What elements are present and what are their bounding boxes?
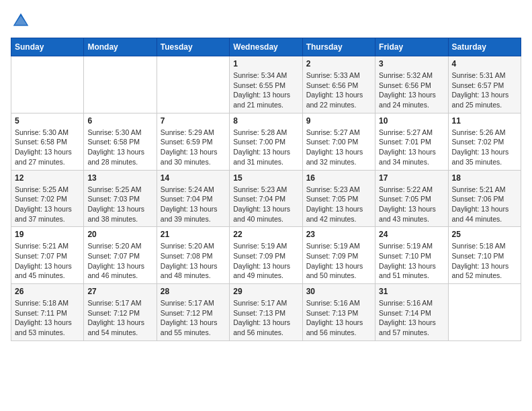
day-cell: 30Sunrise: 5:16 AM Sunset: 7:13 PM Dayli… [302,284,375,341]
day-info: Sunrise: 5:20 AM Sunset: 7:07 PM Dayligh… [87,241,152,281]
day-cell: 4Sunrise: 5:31 AM Sunset: 6:57 PM Daylig… [448,56,521,113]
day-number: 8 [233,116,298,126]
day-info: Sunrise: 5:31 AM Sunset: 6:57 PM Dayligh… [452,71,517,110]
week-row-1: 5Sunrise: 5:30 AM Sunset: 6:58 PM Daylig… [11,113,521,170]
day-number: 30 [306,287,371,296]
day-number: 5 [15,116,80,126]
day-cell: 8Sunrise: 5:28 AM Sunset: 7:00 PM Daylig… [230,113,302,170]
day-cell: 23Sunrise: 5:19 AM Sunset: 7:09 PM Dayli… [302,227,375,284]
day-info: Sunrise: 5:30 AM Sunset: 6:58 PM Dayligh… [15,128,80,167]
day-cell: 18Sunrise: 5:21 AM Sunset: 7:06 PM Dayli… [448,170,521,227]
day-number: 9 [306,116,371,126]
day-number: 25 [452,230,517,239]
day-cell: 17Sunrise: 5:22 AM Sunset: 7:05 PM Dayli… [375,170,448,227]
header-cell-thursday: Thursday [302,38,375,56]
day-cell: 19Sunrise: 5:21 AM Sunset: 7:07 PM Dayli… [11,227,84,284]
day-info: Sunrise: 5:19 AM Sunset: 7:09 PM Dayligh… [306,241,371,281]
day-info: Sunrise: 5:16 AM Sunset: 7:14 PM Dayligh… [379,298,444,338]
day-cell: 2Sunrise: 5:33 AM Sunset: 6:56 PM Daylig… [302,56,375,113]
day-number: 3 [379,59,444,68]
day-number: 24 [379,230,444,239]
day-cell: 15Sunrise: 5:23 AM Sunset: 7:04 PM Dayli… [230,170,302,227]
day-number: 17 [379,173,444,183]
day-number: 20 [87,230,152,239]
header-cell-sunday: Sunday [11,38,84,56]
day-info: Sunrise: 5:21 AM Sunset: 7:06 PM Dayligh… [452,185,517,224]
day-info: Sunrise: 5:27 AM Sunset: 7:00 PM Dayligh… [306,128,371,167]
day-cell: 21Sunrise: 5:20 AM Sunset: 7:08 PM Dayli… [157,227,229,284]
day-info: Sunrise: 5:23 AM Sunset: 7:05 PM Dayligh… [306,185,371,224]
header-cell-tuesday: Tuesday [157,38,229,56]
day-number: 21 [161,230,226,239]
logo [11,11,34,31]
day-info: Sunrise: 5:25 AM Sunset: 7:03 PM Dayligh… [87,185,152,224]
day-info: Sunrise: 5:18 AM Sunset: 7:11 PM Dayligh… [15,298,80,338]
day-cell: 31Sunrise: 5:16 AM Sunset: 7:14 PM Dayli… [375,284,448,341]
day-number: 1 [233,59,298,68]
day-info: Sunrise: 5:22 AM Sunset: 7:05 PM Dayligh… [379,185,444,224]
week-row-4: 26Sunrise: 5:18 AM Sunset: 7:11 PM Dayli… [11,284,521,341]
day-cell: 3Sunrise: 5:32 AM Sunset: 6:56 PM Daylig… [375,56,448,113]
day-cell: 9Sunrise: 5:27 AM Sunset: 7:00 PM Daylig… [302,113,375,170]
day-cell: 12Sunrise: 5:25 AM Sunset: 7:02 PM Dayli… [11,170,84,227]
calendar-table: SundayMondayTuesdayWednesdayThursdayFrid… [11,38,521,341]
day-number: 16 [306,173,371,183]
day-info: Sunrise: 5:29 AM Sunset: 6:59 PM Dayligh… [161,128,226,167]
day-info: Sunrise: 5:19 AM Sunset: 7:10 PM Dayligh… [379,241,444,281]
day-info: Sunrise: 5:28 AM Sunset: 7:00 PM Dayligh… [233,128,298,167]
day-info: Sunrise: 5:33 AM Sunset: 6:56 PM Dayligh… [306,71,371,110]
day-cell: 6Sunrise: 5:30 AM Sunset: 6:58 PM Daylig… [84,113,157,170]
day-number: 12 [15,173,80,183]
day-info: Sunrise: 5:24 AM Sunset: 7:04 PM Dayligh… [161,185,226,224]
day-cell [11,56,84,113]
day-number: 26 [15,287,80,296]
day-number: 19 [15,230,80,239]
day-number: 4 [452,59,517,68]
day-info: Sunrise: 5:20 AM Sunset: 7:08 PM Dayligh… [161,241,226,281]
calendar-header: SundayMondayTuesdayWednesdayThursdayFrid… [11,38,521,56]
day-info: Sunrise: 5:23 AM Sunset: 7:04 PM Dayligh… [233,185,298,224]
day-info: Sunrise: 5:19 AM Sunset: 7:09 PM Dayligh… [233,241,298,281]
day-info: Sunrise: 5:34 AM Sunset: 6:55 PM Dayligh… [233,71,298,110]
header-cell-saturday: Saturday [448,38,521,56]
day-number: 18 [452,173,517,183]
week-row-2: 12Sunrise: 5:25 AM Sunset: 7:02 PM Dayli… [11,170,521,227]
header-cell-friday: Friday [375,38,448,56]
day-info: Sunrise: 5:30 AM Sunset: 6:58 PM Dayligh… [87,128,152,167]
day-cell: 13Sunrise: 5:25 AM Sunset: 7:03 PM Dayli… [84,170,157,227]
day-cell: 25Sunrise: 5:18 AM Sunset: 7:10 PM Dayli… [448,227,521,284]
day-cell: 5Sunrise: 5:30 AM Sunset: 6:58 PM Daylig… [11,113,84,170]
day-number: 27 [87,287,152,296]
day-number: 13 [87,173,152,183]
day-cell [448,284,521,341]
day-info: Sunrise: 5:16 AM Sunset: 7:13 PM Dayligh… [306,298,371,338]
day-info: Sunrise: 5:18 AM Sunset: 7:10 PM Dayligh… [452,241,517,281]
day-info: Sunrise: 5:32 AM Sunset: 6:56 PM Dayligh… [379,71,444,110]
page-header [11,11,521,31]
day-number: 14 [161,173,226,183]
header-row: SundayMondayTuesdayWednesdayThursdayFrid… [11,38,521,56]
day-info: Sunrise: 5:21 AM Sunset: 7:07 PM Dayligh… [15,241,80,281]
day-number: 22 [233,230,298,239]
day-info: Sunrise: 5:17 AM Sunset: 7:13 PM Dayligh… [233,298,298,338]
day-number: 10 [379,116,444,126]
day-cell: 29Sunrise: 5:17 AM Sunset: 7:13 PM Dayli… [230,284,302,341]
day-number: 29 [233,287,298,296]
calendar-body: 1Sunrise: 5:34 AM Sunset: 6:55 PM Daylig… [11,56,521,341]
day-number: 15 [233,173,298,183]
day-cell: 1Sunrise: 5:34 AM Sunset: 6:55 PM Daylig… [230,56,302,113]
header-cell-monday: Monday [84,38,157,56]
day-cell [157,56,229,113]
day-number: 6 [87,116,152,126]
day-cell: 22Sunrise: 5:19 AM Sunset: 7:09 PM Dayli… [230,227,302,284]
day-number: 28 [161,287,226,296]
day-cell: 10Sunrise: 5:27 AM Sunset: 7:01 PM Dayli… [375,113,448,170]
day-cell: 7Sunrise: 5:29 AM Sunset: 6:59 PM Daylig… [157,113,229,170]
day-cell: 26Sunrise: 5:18 AM Sunset: 7:11 PM Dayli… [11,284,84,341]
day-info: Sunrise: 5:26 AM Sunset: 7:02 PM Dayligh… [452,128,517,167]
day-info: Sunrise: 5:17 AM Sunset: 7:12 PM Dayligh… [87,298,152,338]
day-cell: 16Sunrise: 5:23 AM Sunset: 7:05 PM Dayli… [302,170,375,227]
day-info: Sunrise: 5:27 AM Sunset: 7:01 PM Dayligh… [379,128,444,167]
week-row-0: 1Sunrise: 5:34 AM Sunset: 6:55 PM Daylig… [11,56,521,113]
day-number: 23 [306,230,371,239]
